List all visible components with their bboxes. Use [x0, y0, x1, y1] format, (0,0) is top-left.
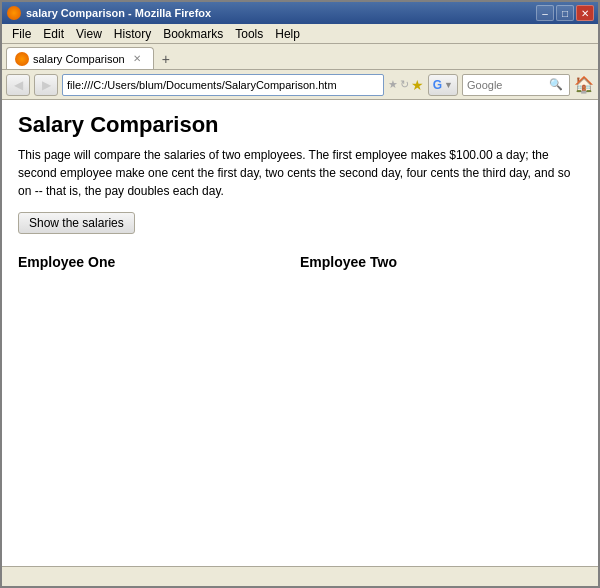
search-engine-button[interactable]: G ▼	[428, 74, 458, 96]
maximize-button[interactable]: □	[556, 5, 574, 21]
employee-two-header: Employee Two	[300, 254, 582, 270]
employee-two-column: Employee Two	[300, 254, 582, 278]
employee-one-header: Employee One	[18, 254, 300, 270]
search-dropdown-icon: ▼	[444, 80, 453, 90]
firefox-logo-icon	[6, 5, 22, 21]
forward-button[interactable]: ▶	[34, 74, 58, 96]
tab-close-icon[interactable]: ✕	[133, 53, 141, 64]
menu-file[interactable]: File	[6, 25, 37, 43]
menu-view[interactable]: View	[70, 25, 108, 43]
title-bar: salary Comparison - Mozilla Firefox – □ …	[2, 2, 598, 24]
menu-bookmarks[interactable]: Bookmarks	[157, 25, 229, 43]
window-title: salary Comparison - Mozilla Firefox	[26, 7, 211, 19]
close-button[interactable]: ✕	[576, 5, 594, 21]
employee-one-column: Employee One	[18, 254, 300, 278]
tab-favicon	[15, 52, 29, 66]
browser-window: salary Comparison - Mozilla Firefox – □ …	[0, 0, 600, 588]
active-tab[interactable]: salary Comparison ✕	[6, 47, 154, 69]
google-icon: G	[433, 78, 442, 92]
menu-bar: File Edit View History Bookmarks Tools H…	[2, 24, 598, 44]
back-button[interactable]: ◀	[6, 74, 30, 96]
search-go-icon[interactable]: 🔍	[547, 78, 565, 91]
minimize-button[interactable]: –	[536, 5, 554, 21]
status-bar	[2, 566, 598, 586]
new-tab-button[interactable]: +	[154, 49, 178, 69]
window-controls: – □ ✕	[536, 5, 594, 21]
home-button[interactable]: 🏠	[574, 75, 594, 94]
menu-history[interactable]: History	[108, 25, 157, 43]
menu-help[interactable]: Help	[269, 25, 306, 43]
page-title: Salary Comparison	[18, 112, 582, 138]
menu-tools[interactable]: Tools	[229, 25, 269, 43]
page-content: Salary Comparison This page will compare…	[2, 100, 598, 566]
address-bar[interactable]	[67, 79, 379, 91]
page-description: This page will compare the salaries of t…	[18, 146, 582, 200]
tab-label: salary Comparison	[33, 53, 125, 65]
tab-bar: salary Comparison ✕ +	[2, 44, 598, 70]
address-bar-wrapper	[62, 74, 384, 96]
show-salaries-button[interactable]: Show the salaries	[18, 212, 135, 234]
refresh-icon[interactable]: ↻	[400, 78, 409, 91]
title-bar-left: salary Comparison - Mozilla Firefox	[6, 5, 211, 21]
menu-edit[interactable]: Edit	[37, 25, 70, 43]
search-input-wrap: 🔍	[462, 74, 570, 96]
reload-icon[interactable]: ★	[388, 78, 398, 91]
search-input[interactable]	[467, 79, 547, 91]
salary-columns: Employee One Employee Two	[18, 254, 582, 278]
bookmark-star-icon[interactable]: ★	[411, 77, 424, 93]
nav-bar: ◀ ▶ ★ ↻ ★ G ▼ 🔍 🏠	[2, 70, 598, 100]
